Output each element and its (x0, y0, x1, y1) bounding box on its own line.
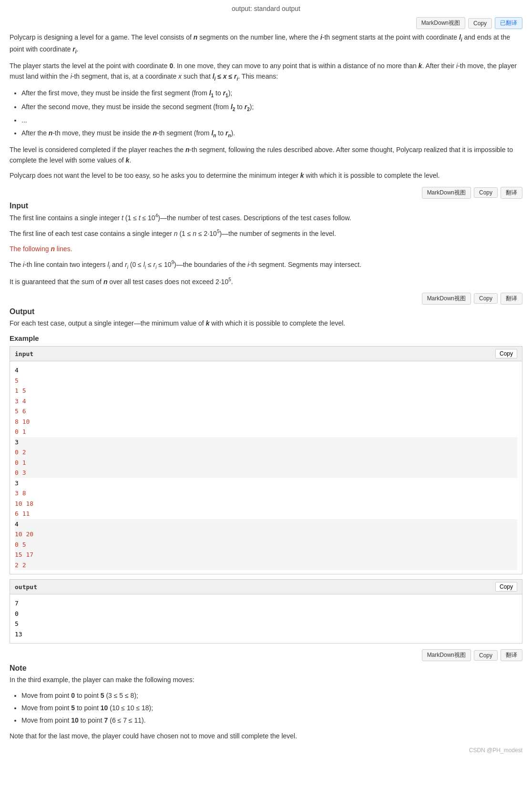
bullet2: After the second move, they must be insi… (21, 102, 522, 113)
bottom-credit: CSDN @PH_modest (10, 747, 522, 754)
markdown-view-btn-note[interactable]: MarkDown视图 (422, 649, 471, 661)
output-line-2: 5 (15, 619, 517, 629)
input-para2: The first line of each test case contain… (10, 228, 522, 239)
input-header-label: input (15, 350, 33, 358)
example-title: Example (10, 334, 522, 342)
output-copy-btn[interactable]: Copy (495, 582, 517, 592)
copy-btn-top[interactable]: Copy (468, 18, 492, 29)
translate-btn-output-section[interactable]: 翻译 (501, 293, 522, 305)
problem-description: Polycarp is designing a level for a game… (10, 32, 522, 181)
input-line-5: 8 10 (15, 417, 517, 427)
output-header-label: output (15, 583, 37, 591)
translated-btn-top[interactable]: 已翻译 (495, 17, 522, 29)
prob-para1: Polycarp is designing a level for a game… (10, 32, 522, 56)
markdown-view-btn-input[interactable]: MarkDown视图 (422, 187, 471, 199)
input-para3: The following n lines. (10, 244, 522, 254)
bullet1: After the first move, they must be insid… (21, 88, 522, 100)
input-copy-btn[interactable]: Copy (495, 349, 517, 358)
input-title: Input (10, 202, 522, 210)
note-bullets: Move from point 0 to point 5 (3 ≤ 5 ≤ 8)… (21, 690, 522, 726)
input-line-12: 3 8 (15, 488, 517, 499)
input-line-8: 0 2 (15, 447, 517, 458)
note-title: Note (10, 664, 522, 673)
input-line-15: 4 (15, 519, 517, 530)
translate-btn-note[interactable]: 翻译 (501, 649, 522, 661)
output-code-block: output Copy 7 0 5 13 (10, 579, 522, 644)
prob-para4: Polycarp does not want the level to be t… (10, 170, 522, 181)
output-line-3: 13 (15, 629, 517, 640)
output-code-body: 7 0 5 13 (10, 594, 522, 643)
input-line-11: 3 (15, 478, 517, 489)
output-line-0: 7 (15, 598, 517, 609)
output-section: Output For each test case, output a sing… (10, 307, 522, 328)
prob-para2: The player starts the level at the point… (10, 61, 522, 83)
input-code-header: input Copy (10, 347, 522, 361)
input-line-14: 6 11 (15, 509, 517, 519)
input-para1: The first line contains a single integer… (10, 212, 522, 223)
note-bullet2: Move from point 5 to point 10 (10 ≤ 10 ≤… (21, 703, 522, 713)
markdown-view-btn-top[interactable]: MarkDown视图 (416, 17, 465, 29)
output-para: For each test case, output a single inte… (10, 318, 522, 328)
copy-btn-note[interactable]: Copy (474, 650, 498, 661)
input-line-6: 0 1 (15, 427, 517, 437)
output-line-1: 0 (15, 609, 517, 619)
toolbar-before-input: MarkDown视图 Copy 翻译 (10, 187, 522, 199)
bullet4: After the n-th move, they must be inside… (21, 128, 522, 140)
input-code-body: 4 5 1 5 3 4 5 6 8 10 0 1 3 0 2 0 1 0 3 3… (10, 361, 522, 574)
note-bullet1: Move from point 0 to point 5 (3 ≤ 5 ≤ 8)… (21, 690, 522, 701)
output-label: output: standard output (232, 5, 300, 12)
top-toolbar: MarkDown视图 Copy 已翻译 (10, 17, 522, 29)
bullet3: ... (21, 115, 522, 125)
input-line-10: 0 3 (15, 468, 517, 478)
input-line-3: 3 4 (15, 396, 517, 407)
note-para1: In the third example, the player can mak… (10, 674, 522, 685)
page-header: output: standard output (10, 5, 522, 12)
output-code-header: output Copy (10, 580, 522, 594)
copy-btn-output-section[interactable]: Copy (474, 293, 498, 304)
toolbar-before-note: MarkDown视图 Copy 翻译 (10, 649, 522, 661)
input-line-0: 4 (15, 365, 517, 376)
translate-btn-input[interactable]: 翻译 (501, 187, 522, 199)
input-line-9: 0 1 (15, 458, 517, 468)
input-section: Input The first line contains a single i… (10, 202, 522, 287)
input-line-1: 5 (15, 376, 517, 386)
input-line-16: 10 20 (15, 529, 517, 540)
prob-bullets: After the first move, they must be insid… (21, 88, 522, 140)
example-section: Example input Copy 4 5 1 5 3 4 5 6 8 10 … (10, 334, 522, 644)
prob-para3: The level is considered completed if the… (10, 144, 522, 166)
input-para4: The i-th line contain two integers li an… (10, 259, 522, 271)
note-section: Note In the third example, the player ca… (10, 664, 522, 741)
input-line-2: 1 5 (15, 386, 517, 396)
output-title: Output (10, 307, 522, 316)
input-line-7: 3 (15, 437, 517, 448)
input-line-4: 5 6 (15, 406, 517, 417)
input-line-13: 10 18 (15, 499, 517, 509)
copy-btn-input[interactable]: Copy (474, 187, 498, 198)
markdown-view-btn-output[interactable]: MarkDown视图 (422, 293, 471, 305)
input-line-17: 0 5 (15, 540, 517, 550)
input-code-block: input Copy 4 5 1 5 3 4 5 6 8 10 0 1 3 0 … (10, 346, 522, 574)
input-line-18: 15 17 (15, 550, 517, 560)
toolbar-before-output-section: MarkDown视图 Copy 翻译 (10, 293, 522, 305)
input-line-19: 2 2 (15, 560, 517, 571)
input-para5: It is guaranteed that the sum of n over … (10, 276, 522, 287)
note-para2: Note that for the last move, the player … (10, 731, 522, 741)
note-bullet3: Move from point 10 to point 7 (6 ≤ 7 ≤ 1… (21, 715, 522, 725)
